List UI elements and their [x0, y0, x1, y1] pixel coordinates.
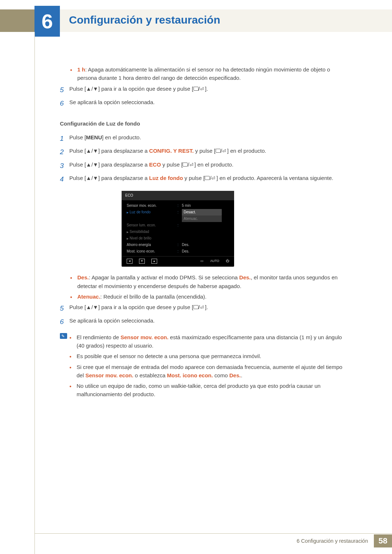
s4-highlight: Luz de fondo: [149, 175, 183, 181]
osd-screenshot: ECO Sensor mov. econ. : 5 min Luz de fon…: [122, 191, 234, 267]
step-number: 3: [60, 160, 69, 171]
footer-text: 6 Configuración y restauración: [297, 534, 374, 547]
n3-hl1: Sensor mov. econ.: [85, 372, 133, 378]
osd-row-sensor-lum: Sensor lum. econ. :: [127, 222, 229, 229]
chapter-title: Configuración y restauración: [69, 14, 220, 26]
osd-value: 5 min: [182, 203, 229, 209]
osd-row-sensibilidad: Sensibilidad: [127, 229, 229, 235]
step5-tail: ].: [205, 86, 208, 92]
osd-label: Sensor lum. econ.: [127, 222, 177, 228]
bullet-des: ● Des.: Apagar la pantalla y activar el …: [70, 273, 350, 290]
s1-menu: MENU: [86, 134, 102, 140]
step-number: 1: [60, 133, 69, 144]
n3-mid2: como: [213, 372, 229, 378]
bullet-dot-icon: ●: [70, 292, 77, 301]
osd-row-luz-de-fondo: Luz de fondo : Desact.: [127, 209, 229, 216]
s3-highlight: ECO: [149, 161, 161, 168]
s2-post: ] en el producto.: [227, 148, 266, 154]
source-icon: [183, 163, 188, 167]
note-block: ● El rendimiento de Sensor mov. econ. es…: [60, 333, 350, 401]
step-2: 2 Pulse [▲/▼] para desplazarse a CONFIG.…: [60, 147, 350, 157]
n2-text: Es posible que el sensor no detecte a un…: [77, 352, 350, 360]
triangle-right-icon: [127, 236, 130, 240]
osd-row-ahorro: Ahorro energía : Des.: [127, 242, 229, 248]
chapter-number-tab: 6: [34, 6, 60, 37]
s1-post: ] en el producto.: [102, 134, 141, 140]
n1-hl: Sensor mov. econ.: [121, 334, 168, 340]
osd-colon: :: [177, 203, 182, 209]
s5-tail: ].: [205, 304, 208, 310]
bullet-dot-icon: ●: [70, 65, 77, 82]
left-margin-rule: [34, 32, 35, 554]
osd-row-sensor-mov: Sensor mov. econ. : 5 min: [127, 202, 229, 209]
note-2: ● Es posible que el sensor no detecte a …: [69, 352, 350, 360]
enter-icon: [211, 176, 216, 180]
s1-pre: Pulse [: [69, 134, 86, 140]
source-small-icon: ▭: [200, 259, 204, 264]
s3-mid: y pulse [: [161, 161, 183, 168]
bullet-atenuac: ● Atenuac.: Reducir el brillo de la pant…: [70, 292, 350, 301]
s3-pre: Pulse [▲/▼] para desplazarse a: [69, 161, 149, 168]
step-5: 5 Pulse [▲/▼] para ir a la opción que de…: [60, 303, 350, 313]
enter-icon: [200, 305, 205, 309]
osd-option: Atenuac.: [182, 216, 222, 222]
s2-pre: Pulse [▲/▼] para desplazarse a: [69, 148, 149, 154]
step-6: 6 Se aplicará la opción seleccionada.: [60, 316, 350, 327]
triangle-right-icon: [127, 230, 130, 234]
top-step-5: 5 Pulse [▲/▼] para ir a la opción que de…: [60, 85, 350, 95]
n3-mid: o establezca: [133, 372, 167, 378]
note-4: ● No utilice un equipo de radio, como un…: [69, 382, 350, 399]
n3-hl2: Most. icono econ.: [167, 372, 213, 378]
top-step-6: 6 Se aplicará la opción seleccionada.: [60, 98, 350, 108]
osd-row-nivel-brillo: Nivel de brillo: [127, 235, 229, 242]
osd-label: Sensibilidad: [130, 230, 149, 234]
step-1: 1 Pulse [MENU] en el producto.: [60, 133, 350, 144]
section-heading: Configuración de Luz de fondo: [60, 119, 350, 128]
osd-colon: :: [177, 209, 182, 215]
back-icon: ◄: [127, 259, 132, 264]
footer-rule: [34, 533, 392, 534]
s2-highlight: CONFIG. Y REST.: [149, 148, 194, 154]
osd-label: Ahorro energía: [127, 242, 177, 248]
s4-mid: y pulse [: [183, 175, 205, 181]
bullet-dot-icon: ●: [69, 333, 77, 350]
step5-text: Pulse [▲/▼] para ir a la opción que dese…: [69, 86, 193, 92]
step6-text: Se aplicará la opción seleccionada.: [69, 98, 350, 108]
enter-icon: [222, 149, 227, 153]
osd-footer: ◄ ▼ ▲ ▭ AUTO ⏻: [122, 256, 234, 267]
b2-text: : Reducir el brillo de la pantalla (ence…: [100, 294, 207, 300]
intro-lead: 1 h: [77, 66, 85, 73]
osd-selected-option: Desact.: [182, 209, 222, 216]
step-number: 6: [60, 316, 69, 327]
page-number: 58: [374, 534, 392, 547]
intro-bullet: ● 1 h: Apaga automáticamente la alimenta…: [70, 65, 350, 82]
up-icon: ▲: [151, 259, 157, 264]
s6-text: Se aplicará la opción seleccionada.: [69, 316, 350, 327]
source-icon: [205, 176, 210, 180]
osd-colon: :: [177, 249, 182, 254]
step-number: 6: [60, 98, 69, 108]
bullet-dot-icon: ●: [69, 382, 77, 399]
down-icon: ▼: [139, 259, 145, 264]
step-number: 4: [60, 174, 69, 184]
osd-colon: :: [177, 222, 182, 228]
step-4: 4 Pulse [▲/▼] para desplazarse a Luz de …: [60, 174, 350, 184]
source-icon: [216, 149, 221, 153]
step-number: 5: [60, 85, 69, 95]
enter-icon: [200, 87, 205, 91]
auto-label: AUTO: [210, 259, 219, 264]
n3-hl3: Des.: [229, 372, 241, 378]
osd-label: Most. icono econ.: [127, 249, 177, 254]
bullet-dot-icon: ●: [69, 352, 77, 360]
step-number: 2: [60, 147, 69, 157]
source-icon: [193, 305, 199, 309]
n1-pre: El rendimiento de: [77, 334, 121, 340]
step-3: 3 Pulse [▲/▼] para desplazarse a ECO y p…: [60, 160, 350, 171]
source-icon: [193, 87, 199, 91]
note-3: ● Si cree que el mensaje de entrada del …: [69, 363, 350, 380]
b1-text: : Apagar la pantalla y activar el modo D…: [89, 274, 239, 280]
osd-row-luz-opt2: Atenuac.: [127, 216, 229, 222]
step-number: 5: [60, 303, 69, 313]
osd-label: Luz de fondo: [130, 210, 151, 214]
s2-mid: y pulse [: [194, 148, 216, 154]
